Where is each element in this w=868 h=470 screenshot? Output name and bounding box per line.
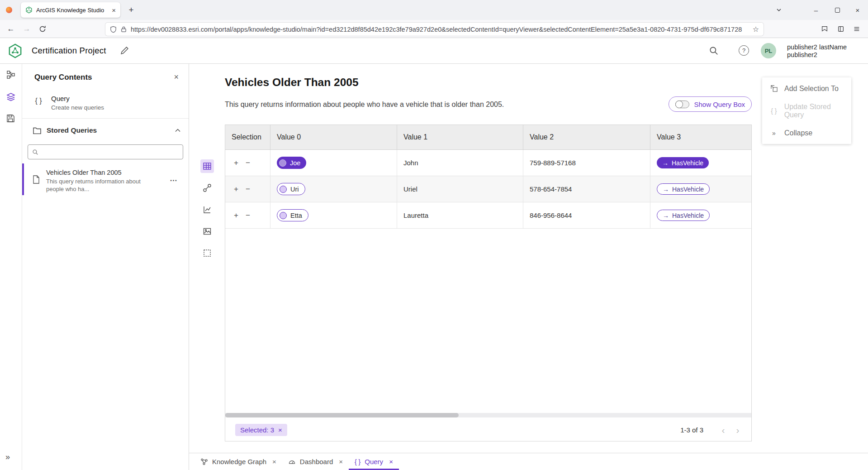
pocket-icon[interactable] [817,22,832,36]
refresh-button[interactable] [35,22,50,36]
entity-pill[interactable]: Uri [277,183,305,195]
table-footer: Selected: 3 × 1-3 of 3 ‹ › [225,418,751,441]
maximize-icon [835,8,840,13]
clear-selection-icon[interactable]: × [278,426,282,434]
cell-value2[interactable]: 846-956-8644 [523,202,650,228]
map-view-button[interactable] [200,225,214,238]
save-icon[interactable] [6,114,15,123]
scrollbar-thumb[interactable] [225,413,459,417]
edit-title-icon[interactable] [120,46,129,55]
view-tabs-bar: Knowledge Graph × Dashboard × { } Query … [189,453,868,470]
stored-query-list-item[interactable]: Vehicles Older Than 2005 This query retu… [22,163,189,195]
chart-button[interactable] [200,203,214,216]
relationship-pill[interactable]: → HasVehicle [657,183,710,195]
firefox-view-icon[interactable] [6,7,12,13]
chevron-up-icon[interactable] [175,129,180,132]
app-header: Certification Project ? PL publisher2 la… [0,38,868,64]
pagination: 1-3 of 3 ‹ › [680,425,745,435]
stored-query-description: This query returns information about peo… [46,178,149,193]
add-to-selection-button[interactable]: + [234,159,238,167]
remove-from-selection-button[interactable]: − [246,185,250,193]
previous-page-icon[interactable]: ‹ [716,425,730,435]
tab-knowledge-graph[interactable]: Knowledge Graph × [194,453,282,470]
new-query-item[interactable]: { } Query Create new queries [33,95,104,111]
add-selection-to-icon [769,85,778,92]
menu-item-add-selection-to[interactable]: Add Selection To [762,77,851,100]
selected-count-badge[interactable]: Selected: 3 × [235,424,287,436]
toggle-switch[interactable] [675,101,689,108]
new-query-sublabel: Create new queries [51,104,104,111]
contents-layers-icon[interactable] [6,92,15,101]
back-button[interactable]: ← [4,22,18,36]
remove-from-selection-button[interactable]: − [246,159,250,167]
column-header-value2[interactable]: Value 2 [523,125,650,149]
table-row[interactable]: + − Etta Lauretta 846-956-8644 → HasVehi… [225,202,751,229]
lock-icon[interactable] [121,26,127,33]
cell-value1[interactable]: Lauretta [397,202,523,228]
tab-query[interactable]: { } Query × [349,453,399,470]
folder-icon [33,127,41,134]
data-model-icon[interactable] [6,70,15,79]
item-overflow-menu-icon[interactable]: … [170,174,178,183]
selection-tools-button[interactable] [200,246,214,260]
expand-rail-icon[interactable]: » [5,452,10,462]
bookmark-star-icon[interactable]: ☆ [753,25,759,34]
project-title: Certification Project [32,46,106,56]
url-bar[interactable]: https://dev0028833.esri.com/portal/apps/… [105,23,764,36]
stored-queries-header[interactable]: Stored Queries [33,126,180,134]
shield-icon[interactable] [110,26,117,33]
query-contents-panel: Query Contents × { } Query Create new qu… [22,64,189,470]
tab-close-icon[interactable]: × [112,7,116,14]
column-header-value3[interactable]: Value 3 [650,125,751,149]
table-row[interactable]: + − Joe John 759-889-57168 → HasVehicle [225,150,751,176]
table-header-row: Selection Value 0 Value 1 Value 2 Value … [225,125,751,150]
search-input[interactable] [42,149,179,156]
url-text[interactable]: https://dev0028833.esri.com/portal/apps/… [131,26,749,33]
tab-dashboard[interactable]: Dashboard × [282,453,349,470]
search-icon[interactable] [709,46,719,56]
window-maximize-button[interactable] [828,0,846,20]
window-minimize-button[interactable]: – [807,0,825,20]
table-row[interactable]: + − Uri Uriel 578-654-7854 → HasVehicle [225,176,751,202]
entity-pill[interactable]: Joe [277,157,306,169]
avatar[interactable]: PL [761,43,776,58]
horizontal-scrollbar[interactable] [225,413,751,417]
user-info[interactable]: publisher2 lastName publisher2 [787,43,847,59]
panel-close-icon[interactable]: × [174,72,179,82]
new-tab-button[interactable]: + [125,4,138,16]
add-to-selection-button[interactable]: + [234,211,238,219]
close-tab-icon[interactable]: × [389,458,393,465]
window-close-button[interactable]: × [849,0,867,20]
cell-value2[interactable]: 759-889-57168 [523,150,650,176]
query-title: Vehicles Older Than 2005 [225,76,359,89]
pagination-range: 1-3 of 3 [680,426,703,434]
cell-value1[interactable]: John [397,150,523,176]
close-tab-icon[interactable]: × [339,458,343,465]
menu-icon[interactable] [849,22,864,36]
relationship-pill[interactable]: → HasVehicle [657,157,709,168]
menu-item-collapse[interactable]: » Collapse [762,122,851,144]
entity-pill[interactable]: Etta [277,209,308,221]
forward-button[interactable]: → [19,22,34,36]
menu-item-update-stored-query[interactable]: { } Update Stored Query [762,100,851,122]
help-icon[interactable]: ? [739,45,749,56]
stored-queries-title: Stored Queries [47,126,97,134]
close-tab-icon[interactable]: × [272,458,276,465]
add-to-selection-button[interactable]: + [234,185,238,193]
stored-queries-search[interactable] [28,144,183,159]
selected-indicator [22,163,24,195]
extensions-icon[interactable] [834,22,848,36]
relationship-pill[interactable]: → HasVehicle [657,210,710,221]
column-header-value1[interactable]: Value 1 [397,125,523,149]
remove-from-selection-button[interactable]: − [246,211,250,219]
cell-value2[interactable]: 578-654-7854 [523,176,650,202]
list-tabs-icon[interactable] [770,0,788,20]
column-header-value0[interactable]: Value 0 [270,125,397,149]
browser-tab[interactable]: ArcGIS Knowledge Studio × [21,2,120,18]
show-query-box-toggle[interactable]: Show Query Box [669,96,752,112]
cell-value1[interactable]: Uriel [397,176,523,202]
column-header-selection[interactable]: Selection [225,125,270,149]
table-view-button[interactable] [200,159,214,173]
next-page-icon[interactable]: › [730,425,745,435]
link-chart-button[interactable] [200,181,214,195]
